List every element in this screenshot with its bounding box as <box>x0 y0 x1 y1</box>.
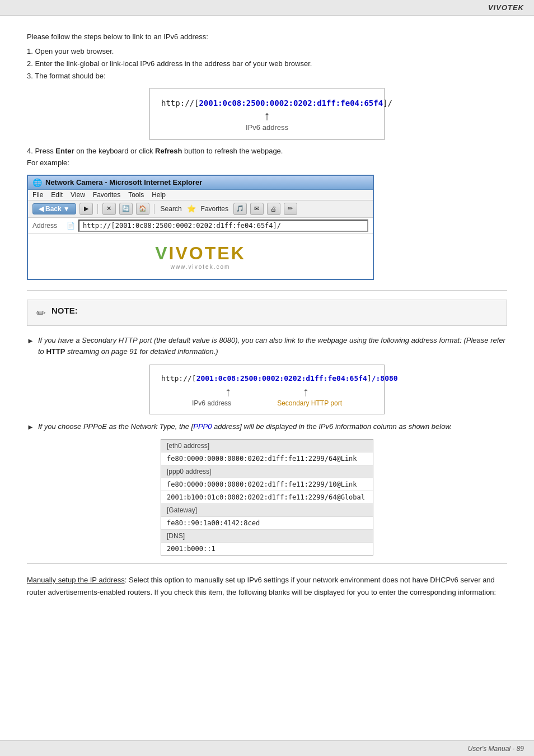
http-port: /:8080 <box>372 374 398 382</box>
pppoe-row-3: fe80:0000:0000:0000:0202:d1ff:fe11:2299/… <box>161 478 373 491</box>
edit-button[interactable]: ✏ <box>284 203 297 215</box>
footer-text: User's Manual - 89 <box>468 745 524 753</box>
browser-icon: 🌐 <box>32 178 42 187</box>
up-arrow-icon: ↑ <box>264 110 270 122</box>
format-prefix: http://[ <box>161 99 199 108</box>
menu-edit[interactable]: Edit <box>51 191 63 199</box>
footer-bar: User's Manual - 89 <box>0 740 534 756</box>
pppoe-row-4: 2001:b100:01c0:0002:0202:d1ff:fe11:2299/… <box>161 491 373 504</box>
print-button[interactable]: 🖨 <box>267 203 280 215</box>
pppoe-row-7: [DNS] <box>161 530 373 543</box>
ipv6-label: IPv6 address <box>161 123 373 132</box>
intro-line0: Please follow the steps below to link to… <box>27 31 507 43</box>
step4-end: button to refresh the webpage. <box>184 147 283 155</box>
menu-file[interactable]: File <box>32 191 43 199</box>
note-title: NOTE: <box>51 306 78 315</box>
browser-content: VIVOTEK www.vivotek.com <box>28 234 373 279</box>
media-button[interactable]: 🎵 <box>233 203 247 215</box>
back-arrow-icon: ◀ <box>39 205 44 213</box>
toolbar-separator2 <box>154 204 154 214</box>
back-label: Back <box>45 205 62 213</box>
step2: 2. Enter the link-global or link-local I… <box>27 58 507 70</box>
http-format-text: http://[2001:0c08:2500:0002:0202:d1ff:fe… <box>161 374 373 382</box>
search-label: Search <box>161 205 182 213</box>
pppoe-row-5: [Gateway] <box>161 504 373 517</box>
steps-list: 1. Open your web browser. 2. Enter the l… <box>27 45 507 82</box>
step4-enter: Enter <box>55 147 74 155</box>
pencil-icon: ✏ <box>36 306 46 320</box>
pppoe-row-6: fe80::90:1a00:4142:8ced <box>161 517 373 530</box>
back-dropdown-icon: ▼ <box>63 205 70 213</box>
vivotek-sub-text: www.vivotek.com <box>171 264 231 270</box>
for-example: For example: <box>27 158 69 167</box>
bullet-arrow2-icon: ► <box>27 422 35 433</box>
address-label: Address <box>32 222 63 230</box>
pppoe-row-1: fe80:0000:0000:0000:0202:d1ff:fe11:2299/… <box>161 452 373 465</box>
bullet-item-2: ► If you choose PPPoE as the Network Typ… <box>27 421 507 433</box>
http-prefix: http://[ <box>161 374 196 382</box>
format-suffix: ]/ <box>383 99 392 108</box>
home-button[interactable]: 🏠 <box>136 203 149 215</box>
page-container: VIVOTEK Please follow the steps below to… <box>0 0 534 756</box>
http-arrow1-icon: ↑ <box>225 386 231 398</box>
step4-text: 4. Press Enter on the keyboard or click … <box>27 146 507 169</box>
ipv6-label2: IPv6 address <box>192 399 231 407</box>
divider2 <box>27 563 507 564</box>
step1: 1. Open your web browser. <box>27 45 507 58</box>
ppp0-label: PPP0 <box>193 422 212 431</box>
step4-refresh: Refresh <box>155 147 182 155</box>
http-mid: ] <box>367 374 372 382</box>
top-bar: VIVOTEK <box>0 0 534 16</box>
browser-address-bar: Address 📄 http://[2001:0c08:2500:0002:02… <box>28 218 373 234</box>
step4-pre: 4. Press <box>27 147 55 155</box>
ipv6-arrow: ↑ <box>161 110 373 122</box>
vivotek-main-text: VIVOTEK <box>155 243 245 264</box>
back-button[interactable]: ◀ Back ▼ <box>32 203 76 214</box>
note-box: ✏ NOTE: <box>27 300 507 326</box>
manually-section: Manually setup the IP address: Select th… <box>27 574 507 599</box>
divider1 <box>27 290 507 291</box>
content-area: Please follow the steps below to link to… <box>0 16 534 621</box>
step4-mid: on the keyboard or click <box>76 147 155 155</box>
bullet-item-1: ► If you have a Secondary HTTP port (the… <box>27 335 507 358</box>
bullet2-text: If you choose PPPoE as the Network Type,… <box>38 421 452 433</box>
http-format-box: http://[2001:0c08:2500:0002:0202:d1ff:fe… <box>149 365 385 414</box>
browser-menu-bar: File Edit View Favorites Tools Help <box>28 190 373 200</box>
pppoe-table: [eth0 address] fe80:0000:0000:0000:0202:… <box>161 439 373 556</box>
address-input[interactable]: http://[2001:0c08:2500:0002:0202:d1ff:fe… <box>78 220 368 232</box>
star-icon: ⭐ <box>187 204 196 213</box>
vivotek-v: V <box>155 243 168 263</box>
mail-button[interactable]: ✉ <box>250 203 264 215</box>
page-icon: 📄 <box>67 222 75 230</box>
menu-favorites[interactable]: Favorites <box>93 191 120 199</box>
bullet-section-2: ► If you choose PPPoE as the Network Typ… <box>27 421 507 433</box>
bullet-section-1: ► If you have a Secondary HTTP port (the… <box>27 335 507 358</box>
pppoe-row-8: 2001:b000::1 <box>161 543 373 555</box>
bullet-arrow-icon: ► <box>27 335 35 347</box>
manually-link[interactable]: Manually setup the IP address <box>27 576 125 584</box>
menu-help[interactable]: Help <box>152 191 166 199</box>
forward-button[interactable]: ▶ <box>79 203 93 215</box>
ipv6-format-text: http://[2001:0c08:2500:0002:0202:d1ff:fe… <box>161 99 373 108</box>
address-url: http://[2001:0c08:2500:0002:0202:d1ff:fe… <box>83 222 281 230</box>
browser-toolbar: ◀ Back ▼ ▶ ✕ 🔄 🏠 Search ⭐ Favorites 🎵 ✉ … <box>28 200 373 218</box>
favorites-label: Favorites <box>201 205 228 213</box>
pppoe-row-2: [ppp0 address] <box>161 465 373 478</box>
http-ipv6: 2001:0c08:2500:0002:0202:d1ff:fe04:65f4 <box>196 374 367 382</box>
pppoe-row-0: [eth0 address] <box>161 440 373 452</box>
brand-label: VIVOTEK <box>488 3 524 12</box>
port-label: Secondary HTTP port <box>277 399 342 407</box>
bullet1-text: If you have a Secondary HTTP port (the d… <box>38 335 507 358</box>
http-arrow2-icon: ↑ <box>303 386 309 398</box>
format-ipv6: 2001:0c08:2500:0002:0202:d1ff:fe04:65f4 <box>199 99 383 108</box>
browser-title: Network Camera - Microsoft Internet Expl… <box>45 178 202 186</box>
refresh-page-icon[interactable]: 🔄 <box>119 203 133 215</box>
step3: 3. The format should be: <box>27 70 507 82</box>
browser-mockup: 🌐 Network Camera - Microsoft Internet Ex… <box>27 175 374 280</box>
menu-tools[interactable]: Tools <box>128 191 144 199</box>
toolbar-separator <box>97 204 98 214</box>
menu-view[interactable]: View <box>71 191 85 199</box>
vivotek-logo: VIVOTEK www.vivotek.com <box>155 243 245 270</box>
browser-title-bar: 🌐 Network Camera - Microsoft Internet Ex… <box>28 176 373 190</box>
stop-button[interactable]: ✕ <box>102 203 116 215</box>
